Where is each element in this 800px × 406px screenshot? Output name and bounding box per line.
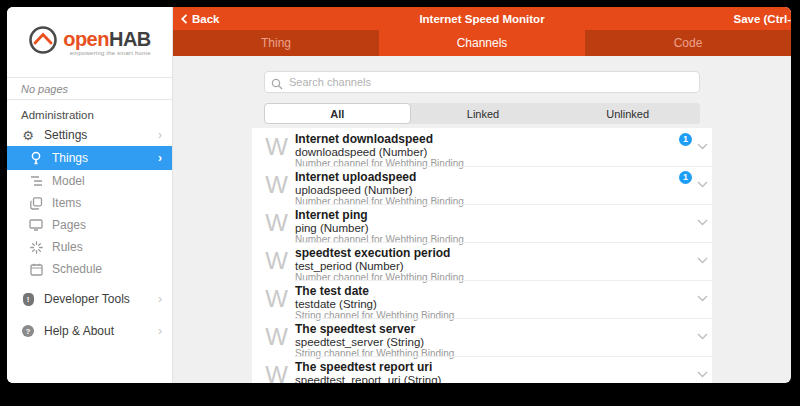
back-button[interactable]: Back: [173, 13, 220, 25]
sidebar-item-rules[interactable]: Rules: [7, 236, 172, 258]
sidebar-item-model[interactable]: Model: [7, 170, 172, 192]
sidebar-item-label: Pages: [52, 218, 86, 232]
linked-count-badge: 1: [679, 133, 692, 146]
openhab-logo-icon: [28, 25, 58, 59]
channel-id: ping (Number): [295, 222, 684, 234]
channel-title: The speedtest server: [295, 323, 684, 336]
channels-content: All Linked Unlinked W Internet downloads…: [173, 56, 791, 383]
sidebar-item-label: Things: [52, 151, 88, 165]
top-navbar: Back Internet Speed Monitor Save (Ctrl-: [173, 7, 791, 30]
items-copy-icon: [28, 197, 44, 210]
sidebar-item-label: Rules: [52, 240, 83, 254]
sidebar-item-pages[interactable]: Pages: [7, 214, 172, 236]
channel-id: downloadspeed (Number): [295, 146, 684, 158]
sidebar-item-help-about[interactable]: ? Help & About ›: [7, 320, 172, 342]
logo-text: openHAB empowering the smart home: [63, 29, 151, 56]
chevron-down-icon[interactable]: [697, 212, 708, 230]
sidebar-item-label: Developer Tools: [44, 292, 130, 306]
brand-open: open: [63, 28, 109, 50]
channel-id: uploadspeed (Number): [295, 184, 684, 196]
search-icon: [271, 76, 283, 94]
brand-hab: HAB: [109, 28, 151, 50]
sidebar-item-settings[interactable]: ⚙ Settings ›: [7, 124, 172, 146]
developer-tools-shield-icon: !: [20, 293, 36, 306]
webthing-channel-icon: W: [261, 133, 292, 161]
search-bar: [264, 71, 700, 93]
webthing-channel-icon: W: [261, 209, 292, 237]
chevron-down-icon[interactable]: [697, 326, 708, 344]
sidebar-item-label: Settings: [44, 128, 87, 142]
no-pages-label: No pages: [7, 78, 172, 100]
channel-id: speedtest_server (String): [295, 336, 684, 348]
channel-row-ping[interactable]: W Internet ping ping (Number) Number cha…: [252, 204, 712, 242]
brand-tagline: empowering the smart home: [63, 50, 151, 56]
app-window: openHAB empowering the smart home No pag…: [7, 7, 791, 383]
sidebar-item-label: Schedule: [52, 262, 102, 276]
sidebar-item-label: Items: [52, 196, 81, 210]
schedule-calendar-icon: [28, 263, 44, 276]
sidebar-item-schedule[interactable]: Schedule: [7, 258, 172, 280]
channel-id: test_period (Number): [295, 260, 684, 272]
chevron-right-icon: ›: [158, 324, 162, 338]
search-input[interactable]: [264, 71, 700, 93]
gear-icon: ⚙: [20, 128, 36, 143]
linked-count-badge: 1: [679, 171, 692, 184]
chevron-down-icon[interactable]: [697, 174, 708, 192]
channel-title: Internet ping: [295, 209, 684, 222]
thing-pin-icon: [28, 151, 44, 165]
channel-id: speedtest_report_uri (String): [295, 374, 684, 383]
channel-row-speedtest-report-uri[interactable]: W The speedtest report uri speedtest_rep…: [252, 356, 712, 383]
save-button[interactable]: Save (Ctrl-: [733, 13, 791, 25]
filter-linked[interactable]: Linked: [411, 103, 556, 124]
channel-list: W Internet downloadspeed downloadspeed (…: [252, 128, 712, 383]
chevron-down-icon[interactable]: [697, 288, 708, 306]
sidebar-item-label: Help & About: [44, 324, 114, 338]
chevron-left-icon: [181, 14, 188, 24]
webthing-channel-icon: W: [261, 247, 292, 275]
channel-row-testdate[interactable]: W The test date testdate (String) String…: [252, 280, 712, 318]
filter-unlinked[interactable]: Unlinked: [555, 103, 700, 124]
channel-title: Internet downloadspeed: [295, 133, 684, 146]
channel-row-uploadspeed[interactable]: W Internet uploadspeed uploadspeed (Numb…: [252, 166, 712, 204]
webthing-channel-icon: W: [261, 285, 292, 313]
tab-code[interactable]: Code: [585, 30, 791, 56]
sidebar-item-things[interactable]: Things ›: [7, 146, 172, 170]
channel-row-test-period[interactable]: W speedtest execution period test_period…: [252, 242, 712, 280]
channel-title: Internet uploadspeed: [295, 171, 684, 184]
channel-title: The test date: [295, 285, 684, 298]
channel-row-speedtest-server[interactable]: W The speedtest server speedtest_server …: [252, 318, 712, 356]
webthing-channel-icon: W: [261, 361, 292, 383]
webthing-channel-icon: W: [261, 323, 292, 351]
main-area: Back Internet Speed Monitor Save (Ctrl- …: [173, 7, 791, 383]
sidebar-item-label: Model: [52, 174, 85, 188]
back-label: Back: [192, 13, 220, 25]
sidebar-section-administration: Administration: [7, 100, 172, 124]
chevron-right-icon: ›: [158, 151, 162, 165]
channel-title: The speedtest report uri: [295, 361, 684, 374]
sidebar-item-developer-tools[interactable]: ! Developer Tools ›: [7, 288, 172, 310]
tab-channels[interactable]: Channels: [379, 30, 585, 56]
page-title: Internet Speed Monitor: [173, 13, 791, 25]
sidebar-item-items[interactable]: Items: [7, 192, 172, 214]
tab-thing[interactable]: Thing: [173, 30, 379, 56]
tab-bar: Thing Channels Code: [173, 30, 791, 56]
model-tree-icon: [28, 175, 44, 187]
chevron-right-icon: ›: [158, 128, 162, 142]
webthing-channel-icon: W: [261, 171, 292, 199]
chevron-down-icon[interactable]: [697, 136, 708, 154]
chevron-down-icon[interactable]: [697, 364, 708, 382]
chevron-down-icon[interactable]: [697, 250, 708, 268]
channel-id: testdate (String): [295, 298, 684, 310]
logo: openHAB empowering the smart home: [7, 7, 172, 78]
channel-row-downloadspeed[interactable]: W Internet downloadspeed downloadspeed (…: [252, 128, 712, 166]
filter-segmented-control: All Linked Unlinked: [264, 103, 700, 124]
help-question-icon: ?: [20, 325, 36, 337]
rules-sparkle-icon: [28, 241, 44, 254]
pages-monitor-icon: [28, 219, 44, 231]
sidebar: openHAB empowering the smart home No pag…: [7, 7, 173, 383]
filter-all[interactable]: All: [264, 103, 411, 124]
channel-title: speedtest execution period: [295, 247, 684, 260]
chevron-right-icon: ›: [158, 292, 162, 306]
